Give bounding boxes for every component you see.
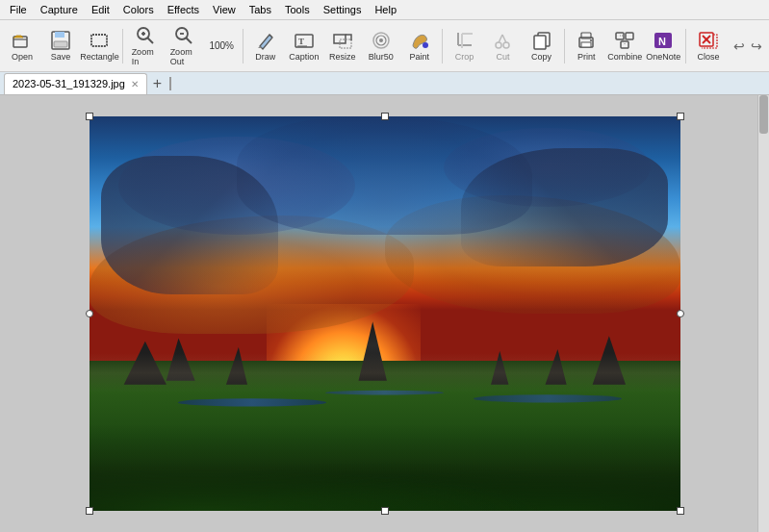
svg-rect-0 [13, 37, 27, 47]
menu-capture[interactable]: Capture [35, 2, 84, 17]
caption-button[interactable]: T Caption [286, 27, 322, 64]
draw-label: Draw [255, 52, 275, 62]
save-button[interactable]: Save [42, 27, 79, 64]
svg-point-27 [503, 42, 509, 48]
scrollbar-vertical[interactable] [757, 95, 769, 532]
svg-rect-2 [55, 32, 64, 38]
svg-point-35 [590, 39, 592, 41]
handle-ml[interactable] [86, 310, 93, 317]
canvas-area[interactable] [0, 95, 769, 532]
sep1 [122, 29, 123, 63]
tab-add-button[interactable]: + [149, 75, 166, 92]
crop-label: Crop [455, 52, 474, 62]
menu-tabs[interactable]: Tabs [244, 2, 277, 17]
menu-settings[interactable]: Settings [318, 2, 368, 17]
tab-filename: 2023-05-31_191329.jpg [13, 78, 125, 89]
onenote-button[interactable]: N OneNote [645, 27, 681, 64]
paint-icon [409, 30, 430, 51]
resize-icon [332, 30, 353, 51]
open-button[interactable]: Open [4, 27, 40, 64]
rectangle-label: Rectangle [80, 52, 119, 62]
combine-icon [614, 30, 635, 51]
handle-mr[interactable] [677, 310, 684, 317]
cloud-dark-2 [461, 148, 668, 266]
svg-rect-38 [621, 41, 628, 48]
open-label: Open [12, 52, 33, 62]
crop-icon [454, 30, 475, 51]
svg-rect-34 [581, 42, 591, 47]
onenote-icon: N [653, 30, 674, 51]
water-3 [474, 394, 622, 402]
main-content [0, 95, 769, 532]
zoomin-icon [135, 25, 156, 46]
zoomout-button[interactable]: Zoom Out [166, 22, 203, 69]
zoomin-label: Zoom In [132, 47, 159, 66]
menu-tools[interactable]: Tools [279, 2, 316, 17]
svg-line-28 [499, 35, 502, 43]
handle-tl[interactable] [86, 113, 93, 120]
handle-br[interactable] [677, 507, 684, 515]
tab-file[interactable]: 2023-05-31_191329.jpg ✕ [4, 73, 147, 94]
menu-edit[interactable]: Edit [86, 2, 115, 17]
print-button[interactable]: Print [568, 27, 604, 64]
onenote-label: OneNote [646, 52, 680, 62]
water-1 [178, 398, 326, 406]
tab-input-separator [169, 77, 171, 90]
combine-button[interactable]: Combine [606, 27, 643, 64]
tab-close-button[interactable]: ✕ [131, 79, 139, 89]
svg-rect-3 [54, 41, 67, 47]
haze-layer [90, 353, 680, 393]
resize-button[interactable]: Resize [324, 27, 361, 64]
rectangle-button[interactable]: Rectangle [81, 27, 118, 64]
undo-redo-group: ↩ ↪ [731, 37, 765, 56]
print-icon [576, 30, 597, 51]
menu-colors[interactable]: Colors [117, 2, 160, 17]
foliage-trees [90, 452, 680, 512]
blur-label: Blur50 [369, 52, 394, 62]
cut-label: Cut [497, 52, 510, 62]
menu-help[interactable]: Help [369, 2, 402, 17]
zoom-level-display: 100% [204, 38, 239, 54]
zoomout-label: Zoom Out [170, 47, 198, 66]
undo-button[interactable]: ↩ [731, 37, 748, 56]
menu-file[interactable]: File [4, 2, 33, 17]
cloud-dark-1 [101, 156, 278, 294]
draw-button[interactable]: Draw [247, 27, 284, 64]
cut-button[interactable]: Cut [485, 27, 522, 64]
svg-rect-4 [91, 35, 107, 46]
zoom-level-text: 100% [209, 40, 234, 51]
sep5 [685, 29, 686, 63]
svg-line-11 [186, 38, 192, 44]
close-button[interactable]: Close [690, 27, 727, 64]
cut-icon [493, 30, 514, 51]
svg-rect-37 [626, 33, 633, 39]
svg-text:N: N [658, 36, 666, 47]
menu-effects[interactable]: Effects [162, 2, 205, 17]
blur-icon [371, 30, 392, 51]
photo-canvas [90, 116, 680, 511]
sep4 [564, 29, 565, 63]
zoomin-button[interactable]: Zoom In [127, 22, 164, 69]
handle-bl[interactable] [86, 507, 93, 515]
handle-bc[interactable] [381, 507, 389, 515]
copy-button[interactable]: Copy [524, 27, 560, 64]
rect-icon [89, 30, 110, 51]
handle-tc[interactable] [381, 113, 389, 120]
sep3 [442, 29, 443, 63]
close-label: Close [698, 52, 720, 62]
blur-button[interactable]: Blur50 [363, 27, 399, 64]
redo-button[interactable]: ↪ [748, 37, 765, 56]
handle-tr[interactable] [677, 113, 684, 120]
open-icon [12, 30, 33, 51]
paint-button[interactable]: Paint [401, 27, 438, 64]
svg-text:T: T [298, 37, 304, 46]
svg-line-8 [147, 38, 153, 44]
menu-view[interactable]: View [207, 2, 242, 17]
draw-icon [255, 30, 276, 51]
scrollbar-thumb[interactable] [759, 95, 768, 134]
combine-label: Combine [607, 52, 642, 62]
svg-rect-31 [534, 36, 546, 49]
save-icon [50, 30, 71, 51]
copy-icon [531, 30, 552, 51]
crop-button[interactable]: Crop [447, 27, 483, 64]
